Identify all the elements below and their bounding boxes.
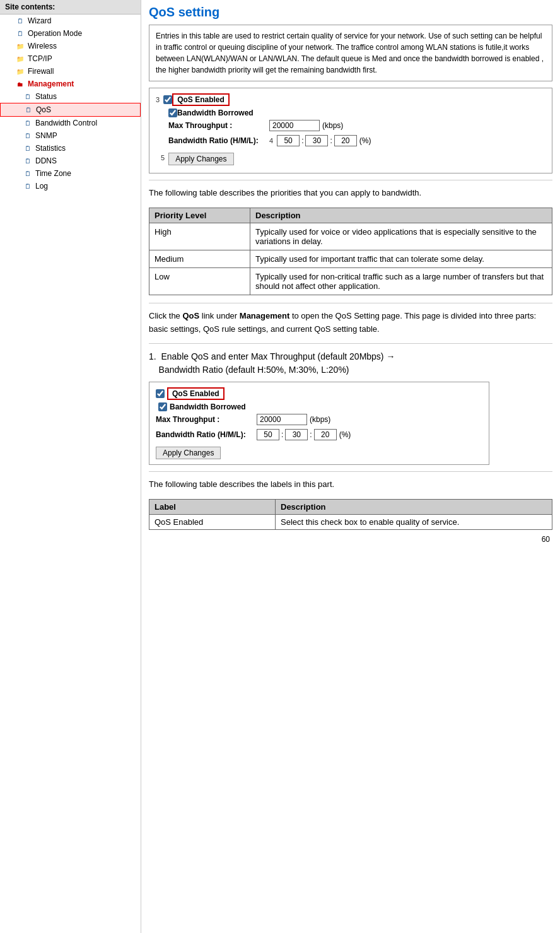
ratio-l-input[interactable] [334, 135, 357, 146]
page-number: 60 [149, 535, 552, 544]
step4-num: 4 [269, 137, 273, 144]
form2-ratio-m-input[interactable] [285, 429, 308, 440]
divider-3 [149, 343, 552, 344]
table-row: QoS Enabled Select this check box to ena… [149, 515, 552, 530]
main-content: QoS setting Entries in this table are us… [141, 0, 560, 933]
form2-apply-row: Apply Changes [156, 444, 482, 459]
page-icon: 🗒 [23, 119, 33, 127]
priority-level-high: High [149, 223, 250, 250]
sidebar-item-ddns[interactable]: 🗒 DDNS [0, 155, 141, 167]
labels-table: Label Description QoS Enabled Select thi… [149, 499, 552, 530]
priority-desc-high: Typically used for voice or video applic… [250, 223, 552, 250]
ratio-inputs: : : [277, 135, 357, 146]
sidebar-item-timezone[interactable]: 🗒 Time Zone [0, 167, 141, 180]
apply-changes-button[interactable]: Apply Changes [168, 153, 233, 165]
management-bold: Management [240, 311, 289, 320]
label-qos-enabled: QoS Enabled [149, 515, 276, 530]
form2-bandwidth-borrowed-checkbox[interactable] [158, 402, 167, 411]
second-form: QoS Enabled Bandwidth Borrowed Max Throu… [149, 382, 489, 465]
ratio-m-input[interactable] [305, 135, 328, 146]
sidebar-item-status[interactable]: 🗒 Status [0, 90, 141, 103]
form2-qos-enabled-checkbox[interactable] [156, 389, 165, 398]
qos-enabled-badge: QoS Enabled [172, 93, 230, 106]
priority-desc-low: Typically used for non-critical traffic … [250, 267, 552, 295]
priority-level-low: Low [149, 267, 250, 295]
click-para: Click the QoS link under Management to o… [149, 310, 552, 336]
step5-num: 5 [161, 154, 165, 161]
col-label: Label [149, 500, 276, 515]
ratio-sep-1: : [301, 136, 303, 145]
description-text: Entries in this table are used to restri… [156, 32, 544, 74]
form2-ratio-h-input[interactable] [257, 429, 279, 440]
form2-bandwidth-ratio-label: Bandwidth Ratio (H/M/L): [156, 430, 257, 439]
sidebar-item-operation-mode[interactable]: 🗒 Operation Mode [0, 27, 141, 40]
bandwidth-ratio-label: Bandwidth Ratio (H/M/L): [168, 136, 269, 145]
col-desc: Description [276, 500, 552, 515]
sidebar-title: Site contents: [0, 0, 141, 15]
bandwidth-borrowed-checkbox[interactable] [168, 109, 177, 117]
bandwidth-borrowed-label: Bandwidth Borrowed [177, 109, 254, 117]
folder-icon: 📁 [15, 54, 25, 63]
form2-qos-enabled-row: QoS Enabled [156, 387, 482, 400]
folder-icon: 📁 [15, 42, 25, 50]
qos-enabled-checkbox[interactable] [163, 95, 172, 104]
divider-1 [149, 180, 552, 180]
ratio-unit: (%) [359, 136, 371, 145]
page-icon: 🗒 [15, 29, 25, 38]
table-row: Medium Typically used for important traf… [149, 250, 552, 267]
sidebar-item-bandwidth-control[interactable]: 🗒 Bandwidth Control [0, 117, 141, 129]
section1-heading: 1. Enable QoS and enter Max Throughput (… [149, 350, 552, 377]
sidebar-item-snmp[interactable]: 🗒 SNMP [0, 129, 141, 142]
form2-max-throughput-row: Max Throughput : (kbps) [156, 414, 482, 425]
sidebar-item-firewall[interactable]: 📁 Firewall [0, 65, 141, 78]
sidebar-item-tcpip[interactable]: 📁 TCP/IP [0, 52, 141, 65]
sidebar-item-wireless[interactable]: 📁 Wireless [0, 40, 141, 52]
form2-ratio-unit: (%) [339, 430, 351, 439]
apply-row: 5 Apply Changes [161, 150, 545, 165]
step3-num: 3 [156, 96, 160, 103]
max-throughput-input[interactable] [269, 120, 320, 131]
priority-table: Priority Level Description High Typicall… [149, 208, 552, 295]
page-icon: 🗒 [23, 105, 33, 114]
priority-desc-medium: Typically used for important traffic tha… [250, 250, 552, 267]
form2-qos-enabled-badge: QoS Enabled [167, 387, 225, 400]
table-header-row: Priority Level Description [149, 208, 552, 223]
form2-max-throughput-unit: (kbps) [310, 415, 330, 424]
page-icon: 🗒 [23, 169, 33, 178]
qos-bold: QoS [182, 311, 199, 320]
labels-header-row: Label Description [149, 500, 552, 515]
sidebar-item-wizard[interactable]: 🗒 Wizard [0, 15, 141, 27]
description-box: Entries in this table are used to restri… [149, 25, 552, 81]
ratio-sep-2: : [330, 136, 332, 145]
page-icon: 🗒 [23, 144, 33, 153]
max-throughput-row: Max Throughput : (kbps) [168, 120, 545, 131]
sidebar: Site contents: 🗒 Wizard 🗒 Operation Mode… [0, 0, 141, 933]
form2-max-throughput-label: Max Throughput : [156, 415, 257, 424]
form2-bandwidth-borrowed-label: Bandwidth Borrowed [170, 402, 246, 411]
form2-max-throughput-input[interactable] [257, 414, 307, 425]
divider-4 [149, 471, 552, 472]
form2-apply-changes-button[interactable]: Apply Changes [156, 447, 221, 459]
max-throughput-label: Max Throughput : [168, 121, 269, 130]
mgmt-icon: 🖿 [15, 79, 25, 88]
sidebar-item-qos[interactable]: 🗒 QoS [0, 103, 141, 117]
table-row: Low Typically used for non-critical traf… [149, 267, 552, 295]
form2-ratio-l-input[interactable] [314, 429, 337, 440]
settings-form: 3 QoS Enabled Bandwidth Borrowed Max Thr… [149, 88, 552, 173]
sidebar-item-management[interactable]: 🖿 Management [0, 78, 141, 90]
page-icon: 🗒 [15, 16, 25, 25]
bandwidth-borrowed-row: Bandwidth Borrowed [168, 109, 545, 117]
qos-enabled-row: 3 QoS Enabled [156, 93, 545, 106]
page-title: QoS setting [149, 5, 552, 20]
divider-2 [149, 303, 552, 303]
col-priority-level: Priority Level [149, 208, 250, 223]
priority-intro: The following table describes the priori… [149, 187, 552, 200]
label-qos-desc: Select this check box to enable quality … [276, 515, 552, 530]
col-description: Description [250, 208, 552, 223]
sidebar-item-statistics[interactable]: 🗒 Statistics [0, 142, 141, 155]
ratio-h-input[interactable] [277, 135, 300, 146]
form2-ratio-sep-2: : [310, 430, 312, 439]
page-icon: 🗒 [23, 92, 33, 101]
priority-level-medium: Medium [149, 250, 250, 267]
sidebar-item-log[interactable]: 🗒 Log [0, 180, 141, 192]
